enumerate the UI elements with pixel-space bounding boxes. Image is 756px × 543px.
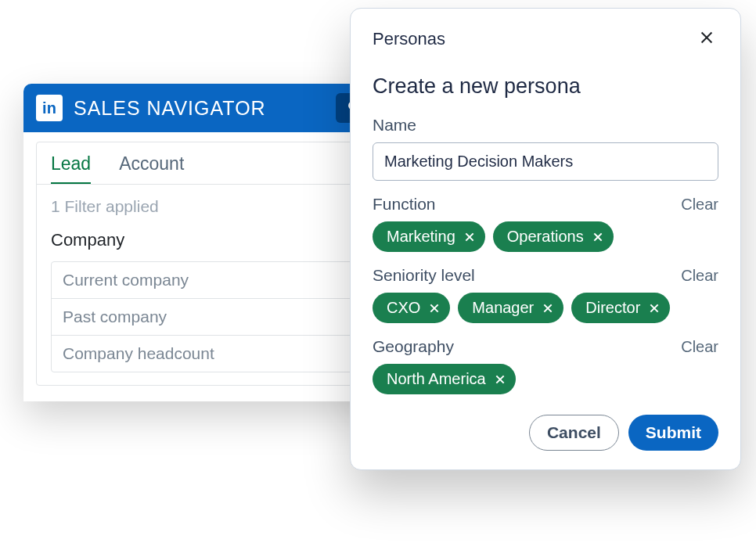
chip-label: Operations bbox=[507, 228, 584, 246]
seniority-label: Seniority level bbox=[373, 266, 475, 285]
geography-label: Geography bbox=[373, 337, 454, 356]
chip-north-america[interactable]: North America bbox=[373, 364, 516, 394]
close-icon bbox=[698, 35, 715, 49]
chip-label: Marketing bbox=[387, 228, 455, 246]
chip-label: Manager bbox=[472, 299, 534, 317]
modal-header-title: Personas bbox=[373, 29, 445, 49]
linkedin-logo-text: in bbox=[42, 99, 56, 117]
persona-modal: Personas Create a new persona Name Funct… bbox=[350, 8, 741, 470]
chip-marketing[interactable]: Marketing bbox=[373, 221, 485, 252]
chip-manager[interactable]: Manager bbox=[458, 293, 563, 323]
filter-row-label: Past company bbox=[63, 307, 167, 326]
linkedin-logo: in bbox=[36, 95, 63, 121]
modal-title: Create a new persona bbox=[373, 74, 718, 99]
filter-row-label: Company headcount bbox=[63, 344, 214, 363]
submit-button[interactable]: Submit bbox=[628, 415, 718, 451]
persona-name-input[interactable] bbox=[373, 142, 718, 181]
clear-function-button[interactable]: Clear bbox=[681, 196, 718, 214]
function-chips: Marketing Operations bbox=[373, 221, 718, 252]
remove-icon bbox=[494, 373, 506, 386]
remove-icon bbox=[648, 302, 661, 315]
tab-account[interactable]: Account bbox=[119, 153, 184, 184]
close-button[interactable] bbox=[695, 26, 718, 52]
remove-icon bbox=[463, 231, 476, 243]
cancel-button[interactable]: Cancel bbox=[529, 415, 619, 451]
modal-footer: Cancel Submit bbox=[373, 415, 718, 451]
remove-icon bbox=[428, 302, 441, 315]
geography-chips: North America bbox=[373, 364, 718, 394]
chip-director[interactable]: Director bbox=[571, 293, 670, 323]
modal-header: Personas bbox=[373, 26, 718, 52]
remove-icon bbox=[592, 231, 604, 243]
chip-label: CXO bbox=[387, 299, 420, 317]
chip-label: North America bbox=[387, 370, 486, 388]
name-label: Name bbox=[373, 116, 718, 135]
filter-row-label: Current company bbox=[63, 271, 189, 289]
clear-seniority-button[interactable]: Clear bbox=[681, 267, 718, 285]
remove-icon bbox=[542, 302, 554, 315]
chip-label: Director bbox=[585, 299, 640, 317]
chip-operations[interactable]: Operations bbox=[493, 221, 614, 252]
clear-geography-button[interactable]: Clear bbox=[681, 338, 718, 356]
seniority-chips: CXO Manager Director bbox=[373, 293, 718, 323]
tab-lead[interactable]: Lead bbox=[51, 153, 91, 184]
function-label: Function bbox=[373, 195, 436, 214]
chip-cxo[interactable]: CXO bbox=[373, 293, 450, 323]
app-title: SALES NAVIGATOR bbox=[74, 97, 266, 120]
